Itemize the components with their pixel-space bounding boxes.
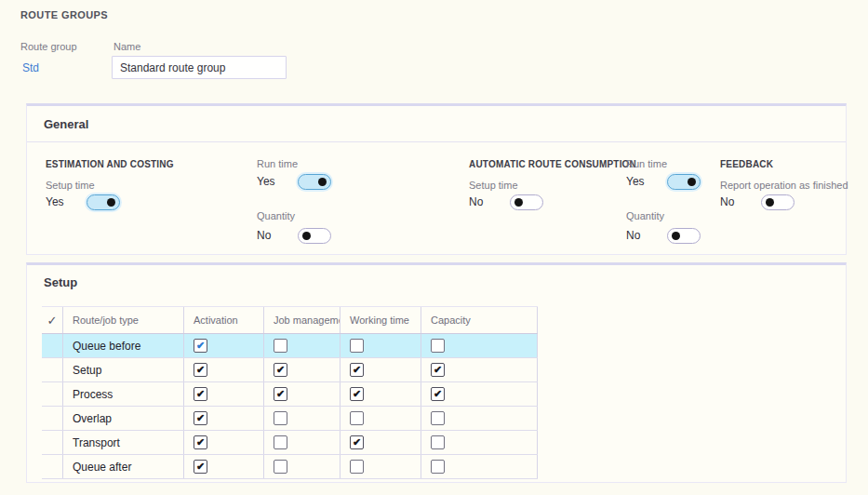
checkbox-cell: ✔ <box>341 358 421 381</box>
setup-section: Setup ✓ Route/job type Activation Job ma… <box>26 262 847 483</box>
row-select-cell[interactable] <box>42 358 63 381</box>
select-all-cell[interactable]: ✓ <box>42 307 63 333</box>
checkbox-cell <box>341 455 421 478</box>
grid-checkbox[interactable]: ✔ <box>194 387 207 401</box>
row-select-cell[interactable] <box>42 455 63 478</box>
run-time-label: Run time <box>626 158 667 169</box>
grid-checkbox[interactable] <box>274 460 287 474</box>
table-row[interactable]: Process✔✔✔✔ <box>42 382 538 407</box>
grid-checkbox[interactable]: ✔ <box>274 363 287 377</box>
col-header-route-job-type[interactable]: Route/job type <box>63 307 184 333</box>
grid-checkbox[interactable] <box>431 411 445 425</box>
setup-table-body: Queue before✔Setup✔✔✔✔Process✔✔✔✔Overlap… <box>42 334 538 479</box>
checkbox-cell <box>341 334 421 357</box>
grid-checkbox[interactable]: ✔ <box>431 387 445 401</box>
col-header-activation[interactable]: Activation <box>184 307 264 333</box>
grid-checkbox[interactable]: ✔ <box>194 339 207 353</box>
table-row[interactable]: Transport✔✔ <box>42 431 538 455</box>
route-group-label: Route group <box>20 41 77 52</box>
quantity-label: Quantity <box>257 210 295 221</box>
route-job-type-cell: Queue before <box>63 334 184 357</box>
col-header-capacity[interactable]: Capacity <box>421 307 538 333</box>
route-job-type-cell: Process <box>63 382 184 406</box>
grid-checkbox[interactable]: ✔ <box>194 460 207 474</box>
grid-checkbox[interactable]: ✔ <box>194 411 207 425</box>
checkbox-cell: ✔ <box>184 334 264 357</box>
grid-checkbox[interactable] <box>431 435 445 449</box>
col-header-job-management[interactable]: Job management <box>264 307 341 333</box>
table-row[interactable]: Overlap✔ <box>42 407 538 431</box>
setup-table: ✓ Route/job type Activation Job manageme… <box>42 306 538 479</box>
grid-checkbox[interactable]: ✔ <box>194 363 207 377</box>
route-job-type-cell: Setup <box>63 358 184 381</box>
checkbox-cell: ✔ <box>264 382 341 406</box>
toggle-knob <box>107 198 115 207</box>
setup-time-value: No <box>469 195 510 208</box>
row-select-cell[interactable] <box>42 334 63 357</box>
row-select-cell[interactable] <box>42 407 63 430</box>
route-group-value[interactable]: Std <box>22 61 39 74</box>
run-time-value: Yes <box>257 175 298 188</box>
general-section: General ESTIMATION AND COSTING Setup tim… <box>26 103 847 255</box>
estimation-quantity-toggle[interactable] <box>298 228 331 244</box>
report-operation-as-finished-label: Report operation as finished <box>720 180 848 191</box>
grid-checkbox[interactable]: ✔ <box>431 363 445 377</box>
setup-time-label: Setup time <box>46 180 95 191</box>
toggle-knob <box>514 198 523 207</box>
checkbox-cell <box>264 431 341 454</box>
table-row[interactable]: Setup✔✔✔✔ <box>42 358 538 382</box>
checkbox-cell <box>421 431 538 454</box>
grid-checkbox[interactable]: ✔ <box>350 387 364 401</box>
grid-checkbox[interactable] <box>350 460 364 474</box>
checkbox-cell <box>264 334 341 357</box>
grid-checkbox[interactable] <box>431 339 445 353</box>
checkbox-cell <box>264 407 341 430</box>
checkmark-icon: ✓ <box>47 314 58 328</box>
grid-checkbox[interactable] <box>274 411 287 425</box>
checkbox-cell: ✔ <box>184 431 264 454</box>
run-time-label: Run time <box>257 158 298 169</box>
checkbox-cell: ✔ <box>421 358 538 381</box>
table-row[interactable]: Queue before✔ <box>42 334 538 358</box>
route-job-type-cell: Transport <box>63 431 184 454</box>
row-select-cell[interactable] <box>42 431 63 454</box>
row-select-cell[interactable] <box>42 382 63 406</box>
consumption-setup-time-toggle[interactable] <box>510 194 543 210</box>
group-heading: FEEDBACK <box>720 159 773 169</box>
setup-time-label: Setup time <box>469 180 518 191</box>
checkbox-cell <box>341 407 421 430</box>
grid-checkbox[interactable]: ✔ <box>274 387 287 401</box>
checkbox-cell: ✔ <box>184 358 264 381</box>
grid-checkbox[interactable] <box>274 339 287 353</box>
grid-checkbox[interactable]: ✔ <box>350 363 364 377</box>
consumption-run-time-toggle[interactable] <box>667 174 701 190</box>
name-label: Name <box>114 41 140 52</box>
grid-checkbox[interactable] <box>350 339 364 353</box>
group-heading: ESTIMATION AND COSTING <box>46 159 174 169</box>
grid-checkbox[interactable] <box>274 435 287 449</box>
quantity-value: No <box>626 229 667 242</box>
checkbox-cell <box>264 455 341 478</box>
checkbox-cell: ✔ <box>341 382 421 406</box>
table-row[interactable]: Queue after✔ <box>42 455 538 479</box>
checkbox-cell: ✔ <box>184 455 264 478</box>
consumption-quantity-toggle[interactable] <box>667 228 701 244</box>
checkbox-cell: ✔ <box>341 431 421 454</box>
checkbox-cell: ✔ <box>421 382 538 406</box>
setup-time-value: Yes <box>46 195 87 208</box>
toggle-knob <box>688 178 696 186</box>
tab-setup-header[interactable]: Setup <box>27 265 846 299</box>
name-input[interactable] <box>112 56 287 79</box>
tab-general-header[interactable]: General <box>27 106 846 142</box>
grid-checkbox[interactable] <box>431 460 445 474</box>
setup-table-header: ✓ Route/job type Activation Job manageme… <box>42 306 538 334</box>
grid-checkbox[interactable]: ✔ <box>350 435 364 449</box>
estimation-setup-time-toggle[interactable] <box>87 194 120 210</box>
feedback-report-finished-toggle[interactable] <box>761 194 795 210</box>
col-header-working-time[interactable]: Working time <box>341 307 421 333</box>
estimation-run-time-toggle[interactable] <box>298 174 331 190</box>
checkbox-cell: ✔ <box>184 382 264 406</box>
page-title: ROUTE GROUPS <box>20 9 108 20</box>
grid-checkbox[interactable]: ✔ <box>194 435 207 449</box>
grid-checkbox[interactable] <box>350 411 364 425</box>
